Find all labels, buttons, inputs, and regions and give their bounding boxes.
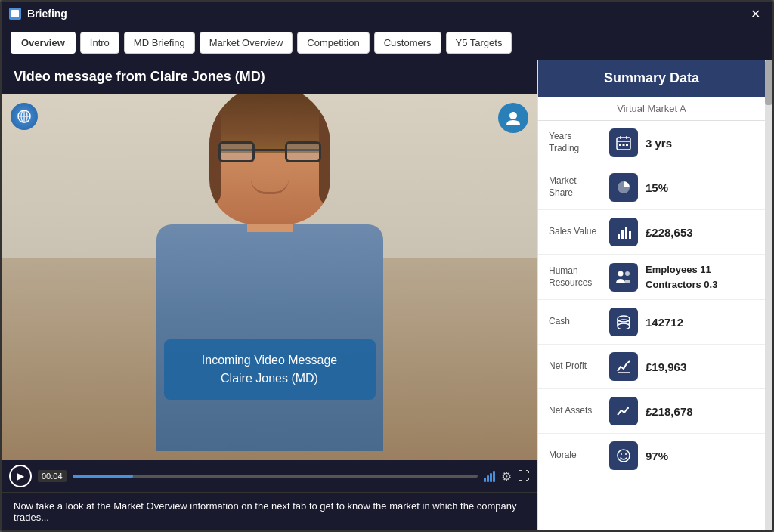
avatar-button[interactable] — [498, 103, 528, 133]
net-profit-label: Net Profit — [549, 360, 602, 373]
progress-bar[interactable] — [73, 475, 478, 478]
svg-point-18 — [625, 271, 630, 276]
human-resources-value: Employees 11 Contractors 0.3 — [646, 262, 754, 292]
video-controls: ▶ 00:04 ⚙ ⛶ — [2, 460, 537, 492]
net-assets-row: Net Assets £218,678 — [538, 389, 765, 434]
calendar-icon — [609, 128, 638, 157]
person-overlay — [2, 94, 537, 460]
smiley-icon — [609, 441, 638, 470]
nav-bar: Overview Intro MD Briefing Market Overvi… — [2, 26, 772, 60]
title-bar-left: Briefing — [9, 8, 67, 20]
play-button[interactable]: ▶ — [9, 465, 32, 487]
video-panel: Video message from Claire Jones (MD) — [2, 60, 538, 530]
market-label: Virtual Market A — [538, 97, 765, 121]
summary-header: Summary Data — [538, 60, 765, 97]
status-bar: Now take a look at the Market Overview i… — [2, 492, 537, 530]
briefing-window: Briefing ✕ Overview Intro MD Briefing Ma… — [0, 0, 774, 532]
incoming-line2: Claire Jones (MD) — [188, 370, 351, 388]
human-resources-row: Human Resources Employees 11 Contractors… — [538, 255, 765, 300]
svg-point-28 — [621, 453, 622, 455]
tab-competition[interactable]: Competition — [297, 32, 369, 54]
incoming-message-overlay: Incoming Video Message Claire Jones (MD) — [164, 339, 376, 400]
morale-label: Morale — [549, 450, 602, 462]
years-trading-row: Years Trading 3 yrs — [538, 121, 765, 165]
globe-icon — [11, 103, 38, 130]
scrollbar-track[interactable] — [765, 60, 772, 530]
svg-rect-11 — [623, 144, 625, 146]
net-profit-row: Net Profit £19,963 — [538, 345, 765, 389]
sales-value-label: Sales Value — [549, 226, 602, 238]
time-display: 00:04 — [38, 470, 67, 482]
morale-row: Morale 97% — [538, 434, 765, 478]
app-icon — [9, 8, 21, 20]
tab-md-briefing[interactable]: MD Briefing — [124, 32, 195, 54]
years-trading-label: Years Trading — [549, 131, 602, 154]
bar-chart-icon — [609, 218, 638, 246]
tab-market-overview[interactable]: Market Overview — [200, 32, 293, 54]
sales-value-row: Sales Value £228,653 — [538, 210, 765, 255]
svg-rect-0 — [11, 10, 19, 17]
market-share-label: Market Share — [549, 175, 602, 199]
svg-rect-12 — [626, 144, 628, 146]
people-icon — [609, 263, 638, 292]
employees-value: Employees 11 — [646, 262, 754, 277]
video-container[interactable]: Incoming Video Message Claire Jones (MD) — [2, 94, 537, 460]
tab-y5-targets[interactable]: Y5 Targets — [446, 32, 512, 54]
summary-panel: Summary Data Virtual Market A Years Trad… — [538, 60, 765, 530]
svg-rect-13 — [618, 234, 620, 239]
content-area: Video message from Claire Jones (MD) — [2, 60, 772, 530]
svg-rect-16 — [629, 231, 631, 239]
fullscreen-icon[interactable]: ⛶ — [518, 469, 530, 483]
svg-point-5 — [509, 112, 517, 119]
svg-rect-14 — [621, 230, 624, 239]
years-trading-value: 3 yrs — [646, 137, 754, 150]
net-assets-value: £218,678 — [646, 405, 754, 418]
line-chart-icon — [609, 352, 638, 381]
cash-value: 142712 — [646, 316, 754, 329]
trend-chart-icon — [609, 397, 638, 425]
coins-icon — [609, 308, 638, 336]
morale-value: 97% — [646, 450, 754, 462]
close-button[interactable]: ✕ — [746, 5, 765, 23]
market-share-row: Market Share 15% — [538, 165, 765, 210]
tab-customers[interactable]: Customers — [374, 32, 441, 54]
tab-overview[interactable]: Overview — [11, 32, 76, 54]
svg-point-25 — [618, 323, 630, 329]
scrollbar-thumb[interactable] — [765, 60, 772, 105]
svg-rect-15 — [625, 227, 627, 239]
tab-intro[interactable]: Intro — [80, 32, 119, 54]
progress-fill — [73, 475, 133, 478]
cash-row: Cash 142712 — [538, 300, 765, 345]
video-title: Video message from Claire Jones (MD) — [2, 60, 537, 94]
contractors-value: Contractors 0.3 — [646, 277, 754, 292]
window-title: Briefing — [27, 8, 67, 20]
incoming-line1: Incoming Video Message — [188, 351, 351, 370]
title-bar: Briefing ✕ — [2, 2, 772, 26]
cash-label: Cash — [549, 316, 602, 328]
signal-icon — [484, 471, 495, 482]
svg-rect-10 — [619, 144, 621, 146]
settings-icon[interactable]: ⚙ — [501, 469, 512, 484]
human-resources-label: Human Resources — [549, 265, 602, 289]
pie-chart-icon — [609, 173, 638, 202]
sales-value-value: £228,653 — [646, 226, 754, 239]
svg-point-29 — [625, 453, 627, 455]
net-profit-value: £19,963 — [646, 360, 754, 373]
market-share-value: 15% — [646, 181, 754, 194]
summary-rows: Years Trading 3 yrs — [538, 121, 765, 530]
status-text: Now take a look at the Market Overview i… — [14, 500, 517, 523]
net-assets-label: Net Assets — [549, 405, 602, 417]
svg-point-17 — [618, 271, 624, 276]
